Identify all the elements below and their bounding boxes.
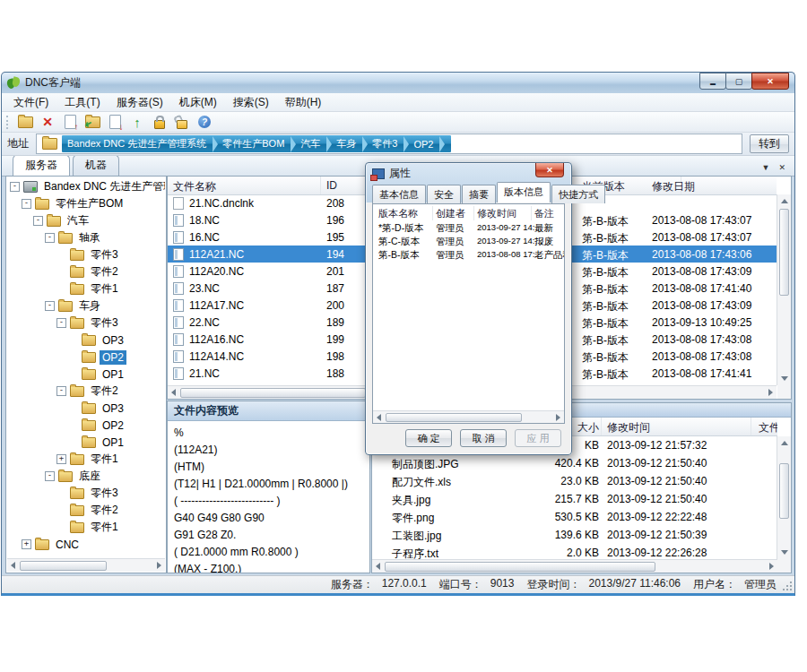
file-date: 2013-09-13 10:49:25 (652, 316, 751, 329)
cancel-button[interactable]: 取 消 (460, 429, 507, 447)
version-row[interactable]: *第-D-版本 管理员 2013-09-27 14:... 最新 (373, 221, 564, 235)
tab-server[interactable]: 服务器 (13, 156, 70, 176)
dialog-tab[interactable]: 摘要 (462, 185, 496, 203)
dialog-horizontal-scrollbar[interactable] (373, 410, 564, 423)
upload-icon[interactable]: ↑ (128, 114, 146, 131)
tree-item[interactable]: 零件3 (56, 485, 165, 502)
tree-item[interactable]: OP3 (68, 332, 165, 349)
tree-expander[interactable]: + (22, 539, 31, 549)
tree-item[interactable]: OP1 (68, 366, 165, 383)
tree-item[interactable]: - 车身 (45, 297, 165, 314)
attachments-horizontal-scrollbar[interactable] (372, 559, 777, 573)
delete-icon[interactable]: ✕ (39, 114, 56, 131)
attachment-row[interactable]: 制品顶图.JPG 420.4 KB 2013-09-12 21:50:40 (372, 454, 777, 472)
attachments-vertical-scrollbar[interactable] (777, 436, 791, 559)
status-value: 2013/9/27 11:46:06 (588, 577, 681, 592)
attachment-row[interactable]: 零件.png 530.5 KB 2013-09-12 22:22:48 (372, 508, 777, 526)
version-column-header[interactable]: 备注 (534, 206, 562, 220)
attachment-name: 子程序.txt (392, 547, 438, 559)
attachment-row[interactable]: 夹具.jpg 215.7 KB 2013-09-12 21:50:40 (372, 490, 777, 508)
dialog-tab[interactable]: 安全 (427, 185, 461, 203)
tree-expander[interactable]: - (45, 301, 55, 311)
version-column-header[interactable]: 版本名称 (378, 206, 433, 220)
tree-item[interactable]: - 零件3 (56, 314, 165, 332)
ok-button[interactable]: 确 定 (405, 429, 452, 447)
tree-item[interactable]: - 轴承 (45, 229, 165, 246)
breadcrumb-segment[interactable]: 汽车 (299, 136, 334, 152)
breadcrumb-segment[interactable]: 零件3 (370, 136, 412, 152)
tree-item[interactable]: OP2 (68, 417, 165, 434)
column-header-date[interactable]: 修改日期 (646, 177, 794, 194)
column-header-time[interactable]: 修改时间 (607, 418, 751, 435)
maximize-button[interactable] (725, 73, 752, 90)
check-in-icon[interactable] (61, 114, 79, 131)
tree-expander[interactable]: - (10, 182, 20, 192)
tree-item[interactable]: OP2 (68, 349, 165, 366)
tree-expander[interactable]: - (22, 199, 31, 209)
file-icon (173, 282, 184, 295)
tree-item[interactable]: - 汽车 (33, 212, 165, 229)
version-row[interactable]: 第-B-版本 管理员 2013-08-08 17:... 老产品程序 (373, 248, 564, 262)
tree-expander[interactable]: - (56, 318, 66, 328)
new-folder-icon[interactable] (16, 114, 34, 131)
dialog-tab[interactable]: 版本信息 (497, 182, 551, 202)
tree-item[interactable]: - 零件2 (56, 383, 165, 400)
tree-expander[interactable]: + (56, 454, 66, 464)
check-out-icon[interactable] (106, 114, 124, 131)
version-column-header[interactable]: 修改时间 (477, 206, 532, 220)
column-header-name[interactable]: 文件名称 (168, 177, 321, 194)
tree-horizontal-scrollbar[interactable] (7, 558, 165, 572)
version-row[interactable]: 第-C-版本 管理员 2013-09-27 14:... 报废 (373, 235, 564, 248)
version-column-header[interactable]: 创建者 (436, 206, 474, 220)
tree-expander[interactable]: - (33, 216, 43, 226)
folder-icon (70, 522, 84, 533)
unlock-icon[interactable] (173, 114, 191, 131)
tree-item[interactable]: - Bandex DNC 先进生产管理系统 (10, 178, 165, 195)
column-header-file[interactable]: 文件(&I (759, 418, 777, 435)
attachment-row[interactable]: 子程序.txt 2.0 KB 2013-09-12 22:26:28 (372, 544, 777, 559)
tree-item[interactable]: - 零件生产BOM (22, 195, 165, 212)
dialog-close-button[interactable] (535, 163, 564, 177)
send-to-machine-icon[interactable] (83, 114, 101, 131)
tree-item[interactable]: - 底座 (45, 468, 165, 485)
tree-item[interactable]: 零件3 (56, 246, 165, 263)
lock-icon[interactable] (151, 114, 169, 131)
tree-expander[interactable]: - (56, 386, 66, 396)
tree-item[interactable]: OP1 (68, 434, 165, 451)
tree-item[interactable]: 零件2 (56, 263, 165, 280)
breadcrumb-segment[interactable]: Bandex DNC 先进生产管理系统 (65, 136, 221, 152)
attachment-row[interactable]: 工装图.jpg 139.6 KB 2013-09-12 21:50:39 (372, 526, 777, 544)
menu-item[interactable]: 文件(F) (5, 93, 56, 112)
address-field[interactable]: Bandex DNC 先进生产管理系统零件生产BOM汽车车身零件3OP2 (36, 134, 742, 154)
tree-item[interactable]: + CNC (22, 536, 165, 553)
attachment-row[interactable]: 配刀文件.xls 23.0 KB 2013-09-12 21:50:40 (372, 472, 777, 490)
breadcrumb-segment[interactable]: OP2 (412, 136, 447, 152)
breadcrumb-segment[interactable]: 零件生产BOM (221, 136, 299, 152)
minimize-button[interactable] (699, 73, 726, 90)
tree-item[interactable]: 零件1 (56, 519, 165, 536)
menu-item[interactable]: 机床(M) (171, 93, 225, 112)
dialog-tab[interactable]: 基本信息 (372, 185, 426, 203)
dialog-tab[interactable]: 快捷方式 (551, 185, 605, 203)
tree-item[interactable]: + 零件1 (56, 451, 165, 468)
file-list-vertical-scrollbar[interactable] (777, 194, 791, 385)
help-icon[interactable] (195, 114, 213, 131)
tree-item[interactable]: 零件1 (56, 280, 165, 297)
version-creator: 管理员 (436, 222, 464, 235)
panel-pin-icon[interactable]: ▼ (762, 163, 770, 172)
menu-item[interactable]: 帮助(H) (277, 93, 330, 112)
tab-machine[interactable]: 机器 (73, 156, 119, 176)
menu-item[interactable]: 服务器(S) (108, 93, 171, 112)
menu-item[interactable]: 搜索(S) (225, 93, 277, 112)
tree-expander[interactable]: - (45, 471, 55, 481)
title-bar[interactable]: DNC客户端 (2, 73, 794, 93)
tree-item[interactable]: 零件2 (56, 502, 165, 519)
breadcrumb-segment[interactable]: 车身 (334, 136, 370, 152)
resize-grip[interactable] (783, 582, 792, 590)
go-button[interactable]: 转到 (750, 134, 789, 153)
menu-item[interactable]: 工具(T) (56, 93, 108, 112)
tree-item[interactable]: OP3 (68, 400, 165, 417)
panel-close-icon[interactable]: ✕ (778, 163, 785, 172)
tree-expander[interactable]: - (45, 233, 55, 243)
close-button[interactable] (751, 73, 789, 90)
